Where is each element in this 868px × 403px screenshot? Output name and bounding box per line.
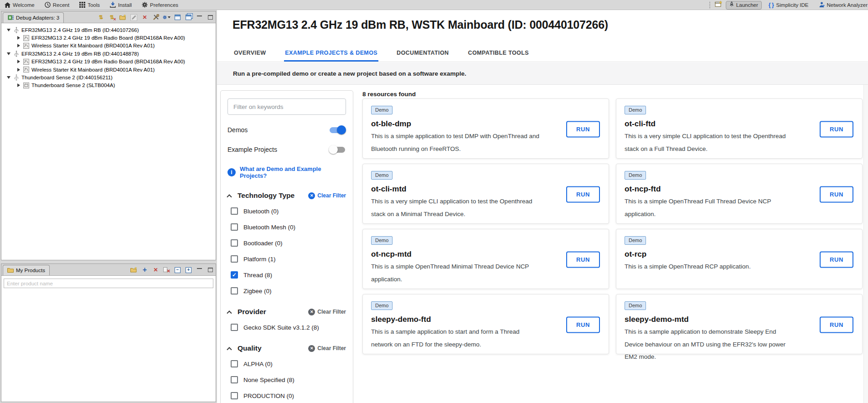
rename-icon[interactable] <box>130 14 138 21</box>
filter-option[interactable]: PRODUCTION (0) <box>227 391 346 400</box>
tree-row[interactable]: EFR32MG13 2.4 GHz 19 dBm Radio Board (BR… <box>1 34 216 41</box>
run-button[interactable]: RUN <box>566 186 600 202</box>
remove-all-products-icon[interactable]: ✕ <box>163 266 170 274</box>
menu-recent[interactable]: Recent <box>45 2 69 8</box>
chevron-up-icon[interactable] <box>227 194 238 197</box>
add-product-icon[interactable]: + <box>141 266 149 274</box>
menu-recent-label: Recent <box>53 2 69 8</box>
tab-example-projects-demos[interactable]: EXAMPLE PROJECTS & DEMOS <box>284 46 378 62</box>
run-button[interactable]: RUN <box>820 251 853 268</box>
chevron-up-icon[interactable] <box>227 346 238 350</box>
filter-panel: Demos Example Projects i What are Demo a… <box>220 90 353 403</box>
menu-tools[interactable]: Tools <box>79 2 100 8</box>
expand-arrow-icon[interactable] <box>16 44 22 47</box>
network-analyzer-icon <box>819 2 825 9</box>
maximize-panel-icon[interactable] <box>207 14 214 21</box>
run-button[interactable]: RUN <box>566 251 600 268</box>
adapter-settings-gear-icon[interactable] <box>163 14 170 21</box>
filter-option[interactable]: Bluetooth Mesh (0) <box>227 222 346 232</box>
checkbox[interactable] <box>231 392 238 399</box>
tree-row[interactable]: Thunderboard Sense 2 (ID:440156211) <box>1 73 216 81</box>
tree-row[interactable]: EFR32MG13 2.4 GHz 19 dBm RB (ID:44010726… <box>1 26 216 34</box>
quality-section-header: Quality ✕Clear Filter <box>227 344 346 352</box>
filter-option[interactable]: Platform (1) <box>227 254 346 264</box>
tree-row[interactable]: Wireless Starter Kit Mainboard (BRD4001A… <box>1 42 216 50</box>
expand-arrow-icon[interactable] <box>16 83 22 87</box>
expand-arrow-icon[interactable] <box>5 29 12 31</box>
new-folder-icon[interactable] <box>130 266 138 274</box>
disconnect-adapter-icon[interactable]: ⇅✕ <box>108 14 116 21</box>
filter-option[interactable]: Bootloader (0) <box>227 238 346 248</box>
keyword-filter-input[interactable] <box>227 98 346 115</box>
tree-row[interactable]: EFR32MG13 2.4 GHz 19 dBm RB (ID:44014887… <box>1 50 216 57</box>
new-group-folder-icon[interactable] <box>119 14 127 21</box>
perspective-launcher-button[interactable]: Launcher <box>726 1 762 10</box>
tab-overview[interactable]: OVERVIEW <box>233 46 267 62</box>
toolbar-drag-handle <box>709 2 710 8</box>
expand-arrow-icon[interactable] <box>5 76 12 79</box>
run-button[interactable]: RUN <box>566 316 600 333</box>
checkbox[interactable] <box>231 223 238 231</box>
what-are-demos-link[interactable]: What are Demo and Example Projects? <box>240 165 346 179</box>
tree-row[interactable]: Thunderboard Sense 2 (SLTB004A) <box>1 82 216 89</box>
tree-row[interactable]: Wireless Starter Kit Mainboard (BRD4001A… <box>1 66 216 73</box>
checkbox[interactable] <box>231 376 238 383</box>
menu-preferences[interactable]: Preferences <box>142 2 178 8</box>
duplicate-view-icon[interactable] <box>185 14 192 21</box>
tools-wrench-icon[interactable] <box>152 14 160 21</box>
perspective-simplicity-ide-button[interactable]: { } Simplicity IDE <box>765 1 812 10</box>
chevron-up-icon[interactable] <box>227 310 238 314</box>
delete-adapter-icon[interactable]: ✕ <box>141 14 149 21</box>
example-projects-toggle[interactable] <box>329 145 346 154</box>
expand-arrow-icon[interactable] <box>16 68 22 72</box>
checkbox[interactable] <box>231 287 238 294</box>
expand-arrow-icon[interactable] <box>16 36 22 40</box>
maximize-panel-icon[interactable] <box>207 266 214 274</box>
clear-filter-button[interactable]: ✕Clear Filter <box>308 192 346 199</box>
filter-option[interactable]: Gecko SDK Suite v3.1.2 (8) <box>227 323 346 332</box>
tab-documentation[interactable]: DOCUMENTATION <box>396 46 450 62</box>
run-button[interactable]: RUN <box>820 186 853 202</box>
expand-arrow-icon[interactable] <box>5 52 12 55</box>
filter-option[interactable]: ALPHA (0) <box>227 359 346 368</box>
minimize-panel-icon[interactable] <box>196 14 203 21</box>
demo-badge: Demo <box>371 236 393 245</box>
remove-product-icon[interactable]: ✕ <box>152 266 160 274</box>
menu-welcome[interactable]: Welcome <box>5 2 35 8</box>
checkbox[interactable] <box>231 255 238 263</box>
demo-badge: Demo <box>371 301 393 310</box>
minimize-panel-icon[interactable] <box>196 266 203 274</box>
checkbox[interactable] <box>231 207 238 215</box>
vertical-scrollbar[interactable] <box>863 85 868 403</box>
my-products-tab[interactable]: My Products <box>3 265 50 275</box>
checkbox-checked[interactable] <box>231 271 238 279</box>
run-button[interactable]: RUN <box>820 316 853 333</box>
clear-filter-button[interactable]: ✕Clear Filter <box>308 345 346 352</box>
collapse-all-icon[interactable]: − <box>174 266 181 274</box>
open-perspective-icon[interactable] <box>715 1 722 10</box>
info-link-row: i What are Demo and Example Projects? <box>227 165 346 179</box>
refresh-adapters-icon[interactable]: ⇅ <box>97 14 105 21</box>
run-button[interactable]: RUN <box>820 121 853 137</box>
checkbox[interactable] <box>231 360 238 367</box>
checkbox[interactable] <box>231 324 238 331</box>
tree-row[interactable]: EFR32MG13 2.4 GHz 19 dBm Radio Board (BR… <box>1 58 216 66</box>
run-button[interactable]: RUN <box>566 121 600 137</box>
menu-install[interactable]: Install <box>110 2 132 8</box>
filter-option[interactable]: Bluetooth (0) <box>227 207 346 216</box>
debug-adapters-tab[interactable]: Debug Adapters: 3 <box>3 12 64 23</box>
expand-arrow-icon[interactable] <box>16 60 22 63</box>
clear-filter-button[interactable]: ✕Clear Filter <box>308 309 346 315</box>
expand-all-icon[interactable]: + <box>185 266 192 274</box>
perspective-network-analyzer-button[interactable]: Network Analyzer <box>816 1 868 10</box>
product-name-input[interactable] <box>4 279 213 288</box>
checkbox[interactable] <box>231 239 238 247</box>
resource-card: Demo ot-cli-ftd This is a very simple CL… <box>616 98 863 159</box>
usb-adapter-icon <box>13 27 20 33</box>
filter-option[interactable]: Zigbee (0) <box>227 286 346 295</box>
tab-compatible-tools[interactable]: COMPATIBLE TOOLS <box>467 46 530 62</box>
filter-option[interactable]: None Specified (8) <box>227 375 346 384</box>
demos-toggle[interactable] <box>329 125 346 134</box>
view-table-icon[interactable] <box>174 14 181 21</box>
filter-option[interactable]: Thread (8) <box>227 270 346 279</box>
